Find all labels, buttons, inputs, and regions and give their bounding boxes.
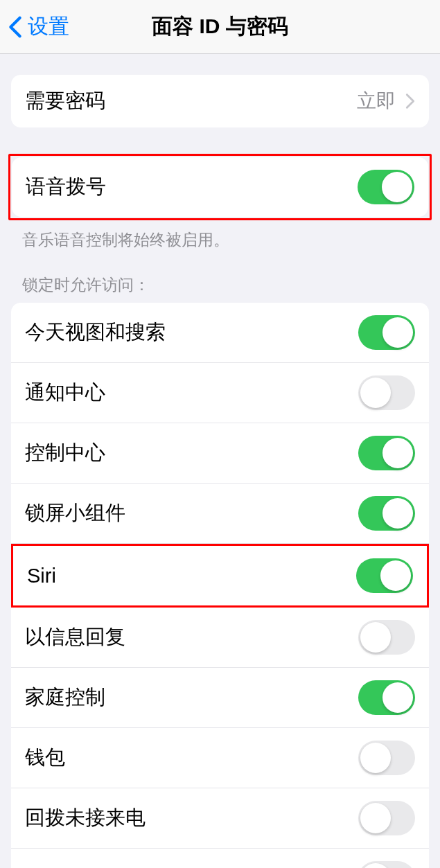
chevron-left-icon (8, 15, 22, 39)
nav-header: 设置 面容 ID 与密码 (0, 0, 440, 54)
lock-access-toggle[interactable] (358, 315, 415, 350)
back-label: 设置 (28, 12, 69, 41)
lock-access-label: 回拨未接来电 (25, 804, 146, 832)
lock-access-row: 以信息回复 (11, 608, 429, 668)
lock-access-row: 通知中心 (11, 363, 429, 423)
voice-dial-row: 语音拨号 (12, 157, 428, 217)
require-passcode-row[interactable]: 需要密码 立即 (11, 75, 429, 127)
require-passcode-value: 立即 (357, 88, 396, 114)
lock-access-row: 家庭控制 (11, 668, 429, 728)
lock-access-toggle[interactable] (358, 680, 415, 715)
lock-access-toggle[interactable] (358, 801, 415, 835)
lock-access-label: 今天视图和搜索 (25, 319, 166, 346)
back-button[interactable]: 设置 (8, 12, 69, 41)
lock-access-toggle[interactable] (358, 496, 415, 531)
lock-access-row: 今天视图和搜索 (11, 303, 429, 363)
lock-access-label: 以信息回复 (25, 623, 125, 651)
lock-access-row: USB 配件 (11, 849, 429, 868)
lock-access-toggle[interactable] (356, 558, 413, 593)
lock-access-label: 钱包 (25, 744, 65, 772)
lock-access-toggle[interactable] (358, 375, 415, 410)
lock-access-row: 锁屏小组件 (11, 484, 429, 544)
chevron-right-icon (405, 93, 415, 109)
voice-dial-label: 语音拨号 (26, 173, 106, 201)
lock-access-row: 控制中心 (11, 423, 429, 484)
lock-access-toggle[interactable] (358, 861, 415, 868)
lock-access-header: 锁定时允许访问： (0, 251, 440, 303)
lock-access-row: 回拨未接来电 (11, 788, 429, 849)
lock-access-toggle[interactable] (358, 436, 415, 470)
lock-access-toggle[interactable] (358, 620, 415, 655)
lock-access-row: 钱包 (11, 728, 429, 788)
page-title: 面容 ID 与密码 (152, 12, 288, 41)
lock-access-group: 今天视图和搜索通知中心控制中心锁屏小组件Siri以信息回复家庭控制钱包回拨未接来… (11, 303, 429, 868)
lock-access-row: Siri (11, 544, 429, 608)
lock-access-label: USB 配件 (25, 865, 112, 868)
lock-access-label: Siri (27, 565, 56, 587)
lock-access-label: 家庭控制 (25, 684, 105, 711)
highlight-voice-dial: 语音拨号 (8, 154, 432, 220)
voice-dial-footer: 音乐语音控制将始终被启用。 (0, 220, 440, 251)
voice-dial-toggle[interactable] (358, 170, 414, 204)
require-passcode-group: 需要密码 立即 (11, 75, 429, 127)
require-passcode-label: 需要密码 (25, 87, 105, 115)
lock-access-toggle[interactable] (358, 741, 415, 775)
lock-access-label: 锁屏小组件 (25, 499, 125, 527)
lock-access-label: 控制中心 (25, 439, 105, 467)
lock-access-label: 通知中心 (25, 379, 105, 407)
